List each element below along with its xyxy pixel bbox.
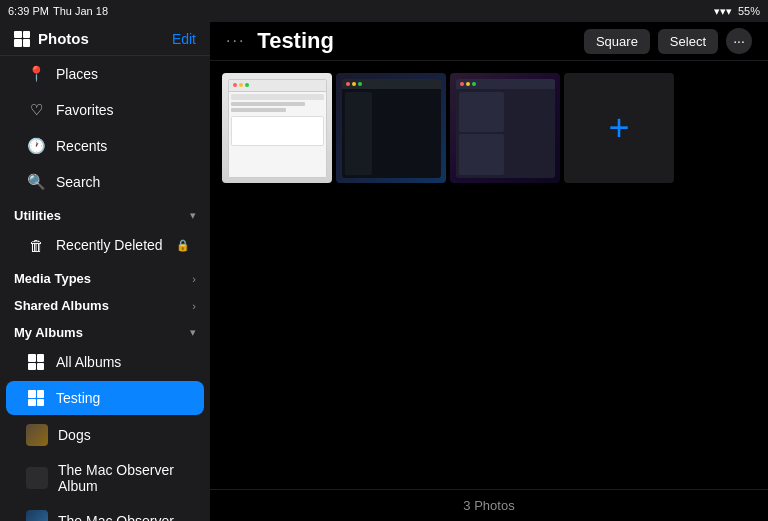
sidebar-item-places[interactable]: 📍 Places bbox=[6, 57, 204, 91]
wifi-icon: ▾▾▾ bbox=[714, 5, 732, 18]
sidebar-title: Photos bbox=[38, 30, 89, 47]
content-title: Testing bbox=[257, 28, 334, 54]
top-dots-menu[interactable]: ··· bbox=[226, 32, 245, 50]
dogs-thumb bbox=[26, 424, 48, 446]
date-display: Thu Jan 18 bbox=[53, 5, 108, 17]
mac-observer-album-label: The Mac Observer Album bbox=[58, 462, 190, 494]
shared-albums-section-header[interactable]: Shared Albums › bbox=[0, 290, 210, 317]
favorites-icon: ♡ bbox=[26, 100, 46, 120]
testing-album-icon bbox=[26, 388, 46, 408]
sidebar-item-testing[interactable]: Testing bbox=[6, 381, 204, 415]
shared-albums-section-title: Shared Albums bbox=[14, 298, 109, 313]
utilities-section-header[interactable]: Utilities ▾ bbox=[0, 200, 210, 227]
status-left: 6:39 PM Thu Jan 18 bbox=[8, 5, 108, 17]
dogs-label: Dogs bbox=[58, 427, 190, 443]
my-albums-section-title: My Albums bbox=[14, 325, 83, 340]
square-button[interactable]: Square bbox=[584, 29, 650, 54]
more-options-button[interactable]: ··· bbox=[726, 28, 752, 54]
media-types-chevron: › bbox=[192, 273, 196, 285]
testing-label: Testing bbox=[56, 390, 190, 406]
sidebar-item-recents-label: Recents bbox=[56, 138, 190, 154]
sidebar-item-favorites[interactable]: ♡ Favorites bbox=[6, 93, 204, 127]
lock-icon: 🔒 bbox=[176, 239, 190, 252]
content-header: ··· Testing Square Select ··· bbox=[210, 22, 768, 61]
places-icon: 📍 bbox=[26, 64, 46, 84]
sidebar-item-recents[interactable]: 🕐 Recents bbox=[6, 129, 204, 163]
select-button[interactable]: Select bbox=[658, 29, 718, 54]
photo-count: 3 Photos bbox=[463, 498, 514, 513]
sidebar-item-search-label: Search bbox=[56, 174, 190, 190]
battery-display: 55% bbox=[738, 5, 760, 17]
sidebar-item-mac-observer-album[interactable]: The Mac Observer Album bbox=[6, 455, 204, 501]
all-albums-icon bbox=[26, 352, 46, 372]
sidebar-header: Photos Edit bbox=[0, 22, 210, 56]
content-footer: 3 Photos bbox=[210, 489, 768, 521]
sidebar-grid-icon bbox=[14, 31, 30, 47]
sidebar: Photos Edit 📍 Places ♡ Favorites 🕐 Recen… bbox=[0, 22, 210, 521]
sidebar-item-search[interactable]: 🔍 Search bbox=[6, 165, 204, 199]
content-actions: Square Select ··· bbox=[584, 28, 752, 54]
ellipsis-icon: ··· bbox=[733, 33, 745, 49]
edit-button[interactable]: Edit bbox=[172, 31, 196, 47]
my-albums-chevron: ▾ bbox=[190, 326, 196, 339]
mac-observer-thumb bbox=[26, 510, 48, 521]
sidebar-item-places-label: Places bbox=[56, 66, 190, 82]
add-photo-button[interactable]: + bbox=[564, 73, 674, 183]
mac-observer-album-thumb bbox=[26, 467, 48, 489]
content-header-left: ··· Testing bbox=[226, 28, 334, 54]
sidebar-item-favorites-label: Favorites bbox=[56, 102, 190, 118]
photo-1[interactable] bbox=[222, 73, 332, 183]
status-bar: 6:39 PM Thu Jan 18 ▾▾▾ 55% bbox=[0, 0, 768, 22]
main-container: Photos Edit 📍 Places ♡ Favorites 🕐 Recen… bbox=[0, 22, 768, 521]
search-icon: 🔍 bbox=[26, 172, 46, 192]
my-albums-section-header[interactable]: My Albums ▾ bbox=[0, 317, 210, 344]
time-display: 6:39 PM bbox=[8, 5, 49, 17]
mac-observer-label: The Mac Observer bbox=[58, 513, 190, 521]
photo-2[interactable] bbox=[336, 73, 446, 183]
utilities-chevron: ▾ bbox=[190, 209, 196, 222]
photo-3[interactable] bbox=[450, 73, 560, 183]
sidebar-header-left: Photos bbox=[14, 30, 89, 47]
photo-grid: + bbox=[210, 61, 768, 489]
all-albums-label: All Albums bbox=[56, 354, 190, 370]
recents-icon: 🕐 bbox=[26, 136, 46, 156]
sidebar-item-all-albums[interactable]: All Albums bbox=[6, 345, 204, 379]
shared-albums-chevron: › bbox=[192, 300, 196, 312]
utilities-section-title: Utilities bbox=[14, 208, 61, 223]
recently-deleted-label: Recently Deleted bbox=[56, 237, 166, 253]
sidebar-item-mac-observer[interactable]: The Mac Observer bbox=[6, 503, 204, 521]
trash-icon: 🗑 bbox=[26, 235, 46, 255]
media-types-section-title: Media Types bbox=[14, 271, 91, 286]
content-area: ··· Testing Square Select ··· bbox=[210, 22, 768, 521]
add-icon: + bbox=[608, 110, 629, 146]
sidebar-item-recently-deleted[interactable]: 🗑 Recently Deleted 🔒 bbox=[6, 228, 204, 262]
sidebar-item-dogs[interactable]: Dogs bbox=[6, 417, 204, 453]
status-right: ▾▾▾ 55% bbox=[714, 5, 760, 18]
media-types-section-header[interactable]: Media Types › bbox=[0, 263, 210, 290]
